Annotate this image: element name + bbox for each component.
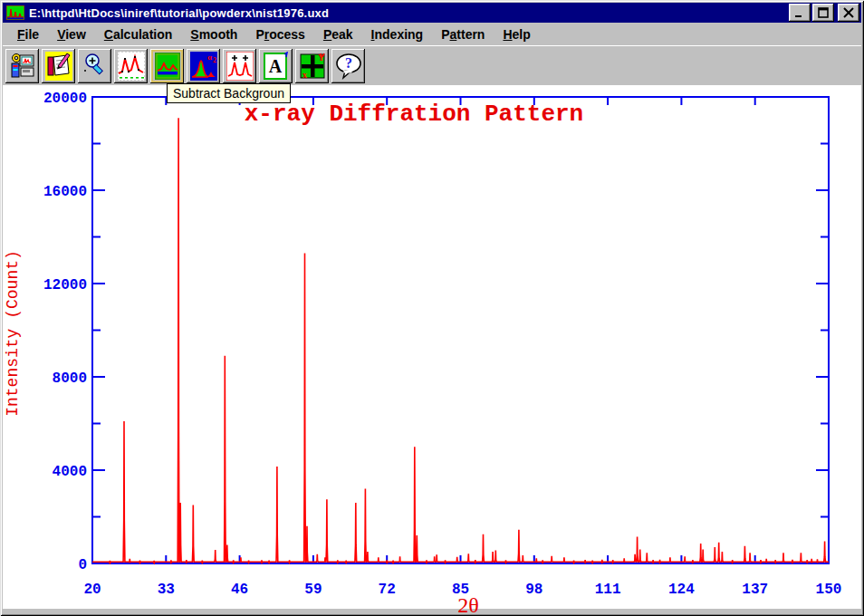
- x-tick-label: 150: [816, 582, 842, 598]
- x-tick-label: 111: [595, 582, 621, 598]
- x-axis-label: 2θ: [457, 593, 479, 616]
- y-tick-label: 12000: [43, 277, 87, 294]
- y-tick-label: 8000: [53, 371, 87, 387]
- plot-frame: [92, 97, 829, 563]
- y-tick-label: 20000: [43, 91, 87, 107]
- x-tick-label: 98: [525, 582, 542, 598]
- y-tick-label: 0: [78, 557, 87, 573]
- y-tick-label: 4000: [53, 464, 87, 480]
- y-tick-label: 16000: [43, 184, 87, 200]
- chart-title: x-ray Diffration Pattern: [245, 101, 583, 128]
- x-tick-label: 33: [158, 582, 175, 598]
- tooltip-subtract-background: Subtract Backgroun: [167, 83, 291, 103]
- x-tick-label: 72: [379, 582, 396, 598]
- x-tick-label: 59: [304, 582, 322, 598]
- diffraction-trace: [92, 118, 829, 563]
- xrd-chart[interactable]: 2033465972859811112413715004000800012000…: [0, 0, 864, 616]
- x-tick-label: 124: [668, 582, 695, 598]
- x-tick-label: 137: [742, 582, 768, 598]
- x-tick-label: 46: [231, 582, 248, 598]
- app-window: E:\httpd\HtDocs\iniref\tutorial\powderx\…: [0, 0, 864, 616]
- x-tick-label: 20: [83, 582, 101, 598]
- y-axis-label: Intensity (Count): [4, 250, 22, 417]
